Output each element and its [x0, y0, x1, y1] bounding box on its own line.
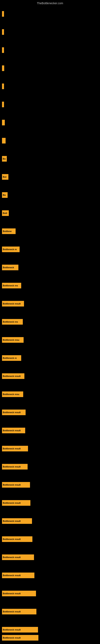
- bar-label-15: Bottleneck: [3, 266, 14, 269]
- bar-label-28: Bottleneck result: [3, 502, 21, 504]
- bar-label-29: Bottleneck result: [3, 520, 21, 522]
- bar-label-20: Bottleneck re: [3, 357, 17, 359]
- bar-label-31: Bottleneck result: [3, 556, 21, 558]
- bar-label-22: Bottleneck resu: [3, 393, 19, 396]
- bar-item-34: Bottleneck result: [2, 609, 36, 614]
- bar-item-25: Bottleneck result: [2, 446, 28, 452]
- bar-label-16: Bottleneck res: [3, 284, 18, 287]
- bar-label-21: Bottleneck result: [3, 375, 21, 377]
- bar-item-3: [2, 47, 4, 53]
- bar-label-30: Bottleneck result: [3, 538, 21, 540]
- bar-label-11: Bo: [3, 194, 6, 196]
- bar-label-33: Bottleneck result: [3, 592, 21, 595]
- bar-item-36: Bottleneck result: [2, 635, 38, 640]
- site-title: TheBottlenecker.com: [0, 0, 100, 6]
- bar-item-19: Bottleneck resu: [2, 337, 24, 343]
- bar-label-35: Bottleneck result: [3, 628, 21, 631]
- bar-label-13: Bottlene: [3, 230, 12, 232]
- bar-item-16: Bottleneck res: [2, 283, 21, 288]
- bar-item-33: Bottleneck result: [2, 591, 36, 596]
- bar-item-12: Bott: [2, 210, 9, 216]
- bar-item-15: Bottleneck: [2, 265, 18, 270]
- bar-item-1: [2, 11, 4, 17]
- bar-item-18: Bottleneck res: [2, 319, 23, 324]
- bar-item-17: Bottleneck result: [2, 301, 24, 306]
- bar-label-23: Bottleneck result: [3, 411, 21, 414]
- bar-item-14: Bottleneck re: [2, 246, 20, 252]
- bar-item-32: Bottleneck result: [2, 572, 34, 578]
- bar-label-18: Bottleneck res: [3, 320, 18, 323]
- bar-item-5: [2, 84, 4, 89]
- bar-label-36: Bottleneck result: [3, 636, 21, 639]
- bar-item-13: Bottlene: [2, 228, 16, 234]
- chart-area: TheBottlenecker.com BoBotBoBottBottleneB…: [0, 0, 100, 644]
- bar-item-31: Bottleneck result: [2, 554, 34, 560]
- bar-label-26: Bottleneck result: [3, 466, 21, 468]
- bar-label-12: Bott: [3, 212, 7, 214]
- bar-label-14: Bottleneck re: [3, 248, 17, 250]
- bar-item-35: Bottleneck result: [2, 627, 38, 632]
- bar-item-10: Bot: [2, 174, 8, 180]
- bar-label-9: Bo: [3, 158, 6, 160]
- bar-item-4: [2, 66, 4, 71]
- bar-item-9: Bo: [2, 156, 7, 162]
- bar-item-30: Bottleneck result: [2, 536, 32, 542]
- bar-label-10: Bot: [3, 176, 6, 178]
- bar-item-20: Bottleneck re: [2, 355, 21, 361]
- bar-item-24: Bottleneck result: [2, 428, 25, 433]
- bar-label-34: Bottleneck result: [3, 610, 21, 613]
- bar-item-22: Bottleneck resu: [2, 392, 23, 397]
- bar-label-17: Bottleneck result: [3, 302, 21, 305]
- bar-label-25: Bottleneck result: [3, 448, 21, 450]
- bar-item-7: [2, 120, 5, 126]
- bar-label-32: Bottleneck result: [3, 574, 21, 576]
- bar-item-21: Bottleneck result: [2, 373, 24, 379]
- bar-item-29: Bottleneck result: [2, 518, 32, 524]
- bar-item-11: Bo: [2, 192, 8, 198]
- bar-item-8: [2, 138, 6, 144]
- bar-item-28: Bottleneck result: [2, 500, 30, 506]
- bar-item-27: Bottleneck result: [2, 482, 30, 488]
- bar-item-6: [2, 102, 4, 107]
- bar-item-2: [2, 29, 4, 35]
- bar-label-24: Bottleneck result: [3, 429, 21, 432]
- bar-item-26: Bottleneck result: [2, 464, 28, 470]
- bar-item-23: Bottleneck result: [2, 410, 26, 415]
- bar-label-19: Bottleneck resu: [3, 339, 19, 341]
- bar-label-27: Bottleneck result: [3, 484, 21, 486]
